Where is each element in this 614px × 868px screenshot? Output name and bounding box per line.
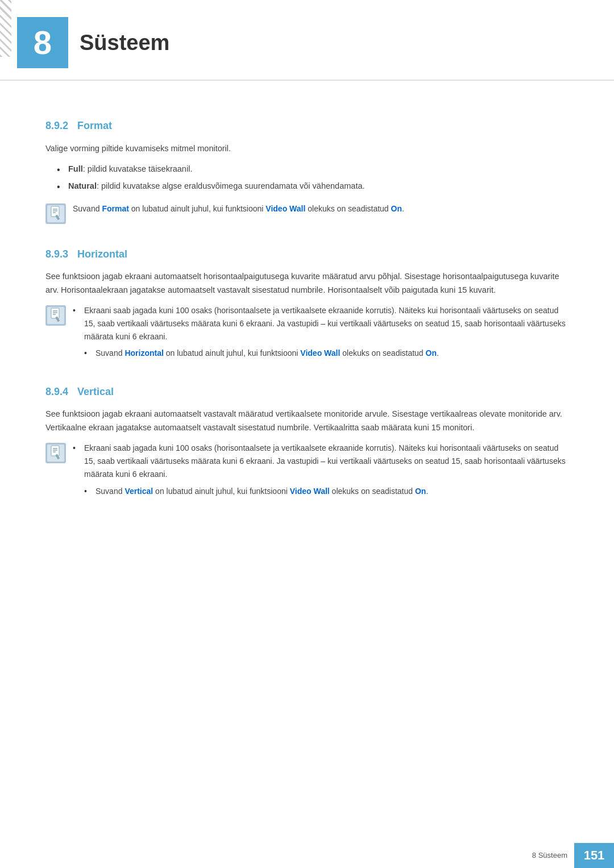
- bullet-full: Full: pildid kuvatakse täisekraanil.: [57, 163, 569, 176]
- on-ref-1: On: [391, 204, 402, 213]
- section-893-number: 8.9.3: [45, 246, 68, 263]
- section-894-note-content: Ekraani saab jagada kuni 100 osaks (hori…: [73, 442, 569, 501]
- note-icon-893: [45, 305, 66, 326]
- bullet-full-label: Full: [68, 164, 83, 173]
- section-894-number: 8.9.4: [45, 384, 68, 400]
- chapter-title: Süsteem: [80, 26, 169, 60]
- videowall-ref-1: Video Wall: [265, 204, 305, 213]
- on-ref-3: On: [415, 487, 426, 496]
- section-892-number: 8.9.2: [45, 118, 68, 134]
- chapter-number: 8: [34, 16, 52, 69]
- format-ref: Format: [102, 204, 128, 213]
- section-894-note-list: Ekraani saab jagada kuni 100 osaks (hori…: [73, 442, 569, 497]
- horizontal-ref: Horizontal: [125, 348, 163, 358]
- bullet-natural: Natural: pildid kuvatakse algse eraldusv…: [57, 180, 569, 193]
- section-894-title: Vertical: [77, 384, 114, 400]
- section-893-note-list: Ekraani saab jagada kuni 100 osaks (hori…: [73, 304, 569, 360]
- svg-rect-2: [51, 206, 59, 217]
- section-894-note-item-2: Suvand Vertical on lubatud ainult juhul,…: [84, 485, 569, 498]
- section-893-note-content: Ekraani saab jagada kuni 100 osaks (hori…: [73, 304, 569, 363]
- videowall-ref-3: Video Wall: [290, 487, 330, 496]
- section-893-heading: 8.9.3 Horizontal: [45, 246, 569, 263]
- videowall-ref-2: Video Wall: [300, 348, 340, 358]
- stripe-decoration: [0, 0, 11, 57]
- vertical-ref: Vertical: [125, 487, 153, 496]
- note-icon-892: [45, 203, 66, 224]
- section-892-heading: 8.9.2 Format: [45, 118, 569, 134]
- section-893-note-item-2: Suvand Horizontal on lubatud ainult juhu…: [84, 347, 569, 360]
- footer-chapter-text: 8 Süsteem: [532, 850, 567, 862]
- section-892-bullets: Full: pildid kuvatakse täisekraanil. Nat…: [57, 163, 569, 193]
- section-892-note: Suvand Format on lubatud ainult juhul, k…: [45, 200, 569, 226]
- section-894-intro: See funktsioon jagab ekraani automaatsel…: [45, 408, 569, 435]
- bullet-natural-label: Natural: [68, 181, 97, 190]
- main-content: 8.9.2 Format Valige vorming piltide kuva…: [0, 86, 614, 542]
- section-893-intro: See funktsioon jagab ekraani automaatsel…: [45, 270, 569, 297]
- page-footer: 8 Süsteem 151: [0, 843, 614, 868]
- bullet-full-text: : pildid kuvatakse täisekraanil.: [83, 164, 193, 173]
- footer-right: 8 Süsteem 151: [532, 843, 614, 868]
- chapter-number-box: 8: [17, 17, 68, 68]
- section-892-note-text: Suvand Format on lubatud ainult juhul, k…: [73, 202, 404, 215]
- section-893-note-item-1: Ekraani saab jagada kuni 100 osaks (hori…: [73, 304, 569, 343]
- section-893-title: Horizontal: [77, 246, 127, 263]
- svg-rect-16: [51, 446, 59, 456]
- section-894-heading: 8.9.4 Vertical: [45, 384, 569, 400]
- note-icon-894: [45, 443, 66, 463]
- section-894-note-item-1: Ekraani saab jagada kuni 100 osaks (hori…: [73, 442, 569, 481]
- footer-page-number: 151: [574, 843, 614, 868]
- on-ref-2: On: [426, 348, 437, 358]
- bullet-natural-text: : pildid kuvatakse algse eraldusvõimega …: [97, 181, 365, 190]
- section-892-intro: Valige vorming piltide kuvamiseks mitmel…: [45, 142, 569, 156]
- chapter-header: 8 Süsteem: [0, 0, 614, 81]
- section-894-note-container: Ekraani saab jagada kuni 100 osaks (hori…: [45, 442, 569, 501]
- section-893-note-container: Ekraani saab jagada kuni 100 osaks (hori…: [45, 304, 569, 363]
- section-892-title: Format: [77, 118, 112, 134]
- svg-rect-9: [51, 308, 59, 318]
